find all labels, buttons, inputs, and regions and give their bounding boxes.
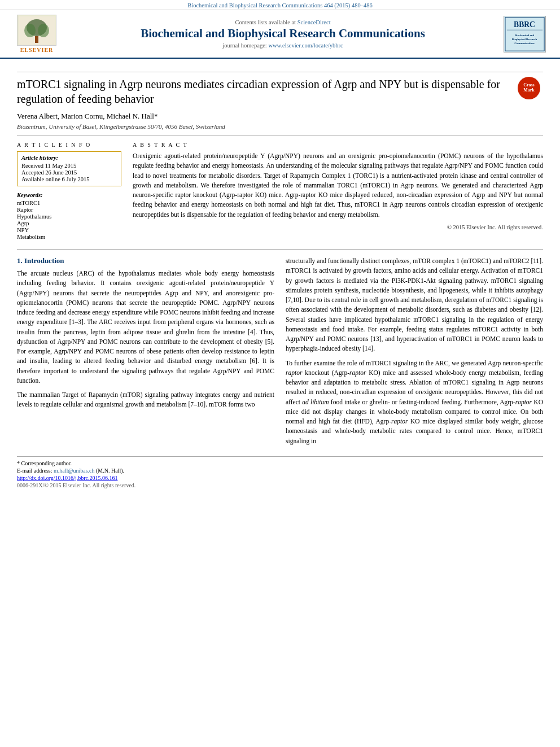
keyword-5: NPY: [17, 227, 121, 233]
header-divider: [17, 72, 543, 72]
homepage-url[interactable]: www.elsevier.com/locate/ybbrc: [268, 42, 343, 49]
homepage-text: journal homepage:: [222, 42, 266, 49]
citation-text: Biochemical and Biophysical Research Com…: [187, 2, 372, 8]
svg-point-3: [38, 24, 49, 37]
body-left-para2: The mammalian Target of Rapamycin (mTOR)…: [17, 390, 274, 410]
word-and-right: and: [307, 418, 316, 425]
history-title: Article history:: [21, 155, 117, 161]
italic-ad-libitum: ad libitum: [302, 399, 329, 405]
homepage-line: journal homepage: www.elsevier.com/locat…: [68, 42, 498, 49]
contents-available-line: Contents lists available at ScienceDirec…: [68, 19, 498, 25]
article-title-text: mTORC1 signaling in Agrp neurons mediate…: [17, 78, 500, 105]
elsevier-logo-area: ELSEVIER: [11, 15, 62, 53]
bbrc-logo-area: BBRC Biochemical and Biophysical Researc…: [504, 16, 549, 53]
svg-text:BBRC: BBRC: [514, 20, 535, 29]
journal-citation-bar: Biochemical and Biophysical Research Com…: [0, 0, 560, 10]
article-info-header: A R T I C L E I N F O: [17, 142, 121, 148]
received-line: Received 11 May 2015: [21, 163, 117, 169]
sciencedirect-link[interactable]: ScienceDirect: [298, 19, 331, 25]
journal-info-center: Contents lists available at ScienceDirec…: [68, 19, 498, 49]
article-history-box: Article history: Received 11 May 2015 Ac…: [17, 151, 121, 186]
contents-text: Contents lists available at: [235, 19, 296, 25]
word-often: often: [186, 348, 200, 355]
italic-raptor3: raptor: [515, 399, 532, 405]
word-often-right: often: [286, 306, 299, 313]
keyword-1: mTORC1: [17, 200, 121, 206]
article-info-abstract-columns: A R T I C L E I N F O Article history: R…: [17, 142, 543, 241]
doi-link[interactable]: http://dx.doi.org/10.1016/j.bbrc.2015.06…: [17, 475, 117, 481]
body-content: 1. Introduction The arcuate nucleus (ARC…: [17, 249, 543, 451]
info-divider: [17, 136, 543, 136]
body-two-columns: 1. Introduction The arcuate nucleus (ARC…: [17, 256, 543, 451]
svg-text:Communications: Communications: [514, 41, 534, 44]
article-info-column: A R T I C L E I N F O Article history: R…: [17, 142, 121, 241]
keyword-6: Metabolism: [17, 234, 121, 240]
elsevier-text: ELSEVIER: [20, 47, 54, 53]
body-left-para1: The arcuate nucleus (ARC) of the hypotha…: [17, 269, 274, 386]
svg-text:Biochemical and: Biochemical and: [515, 33, 535, 36]
svg-text:Biophysical Research: Biophysical Research: [512, 37, 537, 40]
italic-raptor4: raptor: [391, 418, 408, 425]
section-1-title: 1. Introduction: [17, 256, 274, 265]
keyword-3: Hypothalamus: [17, 213, 121, 220]
italic-raptor2: raptor: [349, 369, 366, 376]
corresponding-note: * Corresponding author.: [17, 460, 543, 466]
crossmark-badge: CrossMark: [518, 77, 543, 102]
corresponding-text: * Corresponding author.: [17, 460, 72, 466]
italic-raptor: raptor: [286, 369, 302, 376]
abstract-text: Orexigenic agouti-related protein/neurop…: [133, 151, 543, 220]
article-title-area: mTORC1 signaling in Agrp neurons mediate…: [17, 77, 543, 106]
accepted-line: Accepted 26 June 2015: [21, 169, 117, 176]
body-right-para1: structurally and functionally distinct c…: [286, 256, 543, 354]
keyword-2: Raptor: [17, 207, 121, 213]
body-right-para2: To further examine the role of mTORC1 si…: [286, 359, 543, 446]
body-left-column: 1. Introduction The arcuate nucleus (ARC…: [17, 256, 274, 451]
journal-header: ELSEVIER Contents lists available at Sci…: [0, 10, 560, 59]
keyword-4: Agrp: [17, 220, 121, 226]
affiliation-text: Biozentrum, University of Basel, Klingel…: [17, 123, 543, 130]
abstract-column: A B S T R A C T Orexigenic agouti-relate…: [133, 142, 543, 241]
email-person: (M.N. Hall).: [96, 468, 124, 474]
copyright-text: © 2015 Elsevier Inc. All rights reserved…: [133, 224, 543, 230]
word-both-right: both: [532, 408, 543, 415]
email-line: E-mail address: m.hall@unibas.ch (M.N. H…: [17, 468, 543, 474]
keywords-box: Keywords: mTORC1 Raptor Hypothalamus Agr…: [17, 192, 121, 240]
authors-text: Verena Albert, Marion Cornu, Michael N. …: [17, 112, 158, 120]
available-online-line: Available online 6 July 2015: [21, 176, 117, 182]
bbrc-logo-image: BBRC Biochemical and Biophysical Researc…: [504, 16, 546, 53]
main-content: mTORC1 signaling in Agrp neurons mediate…: [0, 59, 560, 494]
crossmark-icon: CrossMark: [518, 77, 540, 99]
elsevier-tree-image: [17, 15, 56, 46]
word-both: both: [532, 326, 543, 333]
doi-line: http://dx.doi.org/10.1016/j.bbrc.2015.06…: [17, 475, 543, 481]
svg-rect-4: [35, 36, 38, 43]
word-and: and: [316, 335, 325, 342]
svg-point-2: [24, 24, 36, 37]
keywords-title: Keywords:: [17, 192, 121, 198]
email-link[interactable]: m.hall@unibas.ch: [54, 468, 95, 474]
body-right-column: structurally and functionally distinct c…: [286, 256, 543, 451]
abstract-header: A B S T R A C T: [133, 142, 543, 148]
issn-line: 0006-291X/© 2015 Elsevier Inc. All right…: [17, 482, 543, 488]
journal-full-title: Biochemical and Biophysical Research Com…: [68, 27, 498, 41]
email-label: E-mail address:: [17, 468, 52, 474]
page-footer: * Corresponding author. E-mail address: …: [17, 456, 543, 488]
authors-line: Verena Albert, Marion Cornu, Michael N. …: [17, 112, 543, 121]
